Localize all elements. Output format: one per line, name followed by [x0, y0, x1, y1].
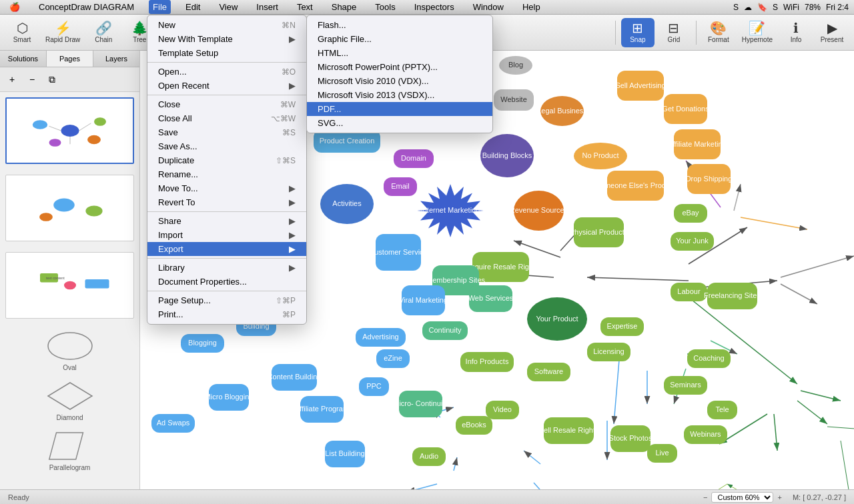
menu-save-as[interactable]: Save As... [147, 139, 306, 153]
hypernote-tool[interactable]: 📝 Hypernote [738, 18, 777, 47]
present-tool[interactable]: ▶ Present [815, 18, 849, 47]
svg-line-55 [534, 483, 570, 489]
menu-view[interactable]: View [215, 0, 242, 14]
menu-close-all-shortcut: ⌥⌘W [271, 114, 296, 123]
snap-tool[interactable]: ⊞ Snap [621, 18, 655, 47]
tab-solutions[interactable]: Solutions [0, 51, 47, 67]
app-name: ConceptDraw DIAGRAM [35, 0, 138, 14]
chain-tool[interactable]: 🔗 Chain [87, 18, 120, 47]
zoom-select[interactable]: Custom 60% 50% 75% 100% [711, 492, 773, 503]
shape-parallelogram-preview[interactable] [43, 429, 97, 463]
export-vsdx[interactable]: Microsoft Visio 2013 (VSDX)... [307, 88, 492, 102]
menu-close[interactable]: Close ⌘W [147, 97, 306, 111]
zoom-control[interactable]: − Custom 60% 50% 75% 100% + [703, 492, 782, 503]
menu-import[interactable]: Import ▶ [147, 228, 306, 242]
menu-save-as-label: Save As... [158, 141, 197, 151]
shape-oval-label: Oval [63, 364, 77, 371]
menu-open-shortcut: ⌘O [282, 67, 296, 77]
menu-new[interactable]: New ⌘N [147, 18, 306, 32]
export-pptx[interactable]: Microsoft PowerPoint (PPTX)... [307, 60, 492, 74]
menu-close-all[interactable]: Close All ⌥⌘W [147, 111, 306, 125]
menu-text[interactable]: Text [293, 0, 317, 14]
cloud-icon: ☁ [744, 3, 752, 12]
menu-insert[interactable]: Insert [252, 0, 282, 14]
menu-move-to-label: Move To... [158, 183, 198, 193]
menu-inspectors[interactable]: Inspectors [410, 0, 458, 14]
format-label: Format [708, 36, 729, 43]
duplicate-page-button[interactable]: ⧉ [43, 70, 61, 89]
pages-toolbar: + − ⧉ [0, 67, 139, 92]
svg-marker-20 [49, 433, 83, 459]
remove-page-button[interactable]: − [23, 70, 41, 89]
menu-save-label: Save [158, 127, 178, 137]
grid-tool[interactable]: ⊟ Grid [657, 18, 691, 47]
menu-print[interactable]: Print... ⌘P [147, 307, 306, 321]
svg-point-1 [61, 125, 79, 137]
menu-window[interactable]: Window [469, 0, 508, 14]
format-icon: 🎨 [710, 21, 727, 35]
menu-revert-to-label: Revert To [158, 197, 195, 207]
menu-open[interactable]: Open... ⌘O [147, 65, 306, 79]
grid-icon: ⊟ [668, 21, 679, 35]
tab-pages[interactable]: Pages [47, 51, 93, 67]
coordinates: M: [ 0.27, -0.27 ] [793, 493, 846, 501]
menu-export[interactable]: Export ▶ [147, 242, 306, 256]
menu-library[interactable]: Library ▶ [147, 261, 306, 275]
menu-edit[interactable]: Edit [181, 0, 204, 14]
menu-save-shortcut: ⌘S [282, 128, 296, 137]
zoom-in-icon[interactable]: + [777, 493, 781, 501]
info-tool[interactable]: ℹ Info [779, 18, 813, 47]
menu-help[interactable]: Help [518, 0, 544, 14]
menu-shape[interactable]: Shape [328, 0, 361, 14]
menu-new-template[interactable]: New With Template ▶ [147, 32, 306, 46]
export-graphic[interactable]: Graphic File... [307, 32, 492, 46]
smart-tool[interactable]: ⬡ Smart [5, 18, 39, 47]
menu-move-to[interactable]: Move To... ▶ [147, 181, 306, 195]
menu-page-setup[interactable]: Page Setup... ⇧⌘P [147, 293, 306, 307]
shape-diamond-preview[interactable] [43, 379, 97, 413]
menu-new-label: New [158, 20, 175, 30]
menu-template-setup[interactable]: Template Setup [147, 46, 306, 60]
shape-item-diamond: Diamond [5, 379, 134, 421]
svg-line-31 [463, 271, 554, 277]
svg-point-11 [85, 205, 102, 216]
export-pdf[interactable]: PDF... [307, 102, 492, 116]
export-html[interactable]: HTML... [307, 46, 492, 60]
menu-print-shortcut: ⌘P [282, 310, 296, 319]
export-flash[interactable]: Flash... [307, 18, 492, 32]
menu-share[interactable]: Share ▶ [147, 214, 306, 228]
add-page-button[interactable]: + [3, 70, 21, 89]
menu-export-arrow: ▶ [289, 244, 296, 254]
menu-duplicate-label: Duplicate [158, 155, 194, 165]
export-vdx[interactable]: Microsoft Visio 2010 (VDX)... [307, 74, 492, 88]
menu-open-recent[interactable]: Open Recent ▶ [147, 79, 306, 93]
page-thumbnail-1[interactable] [5, 97, 134, 164]
chain-icon: 🔗 [95, 21, 112, 35]
present-label: Present [821, 36, 843, 43]
shape-oval-preview[interactable] [43, 329, 97, 363]
menu-doc-properties[interactable]: Document Properties... [147, 275, 306, 289]
menu-file[interactable]: File [149, 0, 171, 14]
menu-revert-to[interactable]: Revert To ▶ [147, 195, 306, 209]
apple-menu[interactable]: 🍎 [5, 0, 24, 14]
menu-import-label: Import [158, 230, 183, 240]
tab-layers[interactable]: Layers [93, 51, 139, 67]
zoom-out-icon[interactable]: − [703, 493, 707, 501]
info-icon: ℹ [793, 21, 799, 35]
rapid-draw-tool[interactable]: ⚡ Rapid Draw [41, 18, 84, 47]
page-thumbnail-3[interactable]: text content [5, 252, 134, 319]
menu-close-all-label: Close All [158, 113, 192, 123]
rapid-draw-label: Rapid Draw [45, 36, 80, 43]
page-thumbnail-2[interactable] [5, 175, 134, 241]
snap-label: Snap [630, 36, 645, 43]
tree-icon: 🌲 [131, 21, 148, 35]
format-tool[interactable]: 🎨 Format [702, 18, 735, 47]
menu-rename[interactable]: Rename... [147, 167, 306, 181]
shape-item-oval: Oval [5, 329, 134, 371]
menu-save[interactable]: Save ⌘S [147, 125, 306, 139]
menu-duplicate[interactable]: Duplicate ⇧⌘S [147, 153, 306, 167]
sep-3 [147, 211, 306, 212]
svg-line-61 [524, 451, 540, 464]
export-svg[interactable]: SVG... [307, 116, 492, 130]
menu-tools[interactable]: Tools [371, 0, 399, 14]
